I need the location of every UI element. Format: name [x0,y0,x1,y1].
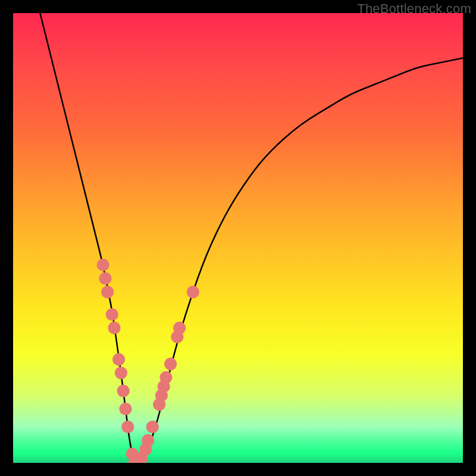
chart-frame: TheBottleneck.com [0,0,476,476]
data-marker [106,308,118,321]
data-marker [115,367,127,379]
plot-area [13,13,463,463]
data-marker [119,403,131,415]
data-marker [142,434,154,447]
data-marker [112,353,125,366]
data-marker [146,421,159,433]
data-markers [97,259,199,463]
data-marker [159,371,172,384]
data-marker [117,384,130,397]
data-marker [97,259,109,271]
data-marker [121,421,134,433]
data-marker [173,322,186,334]
data-marker [187,286,199,298]
bottleneck-curve [40,13,463,463]
chart-svg [13,13,463,463]
data-marker [164,358,177,370]
data-marker [108,322,121,334]
data-marker [99,272,111,284]
data-marker [101,286,114,298]
